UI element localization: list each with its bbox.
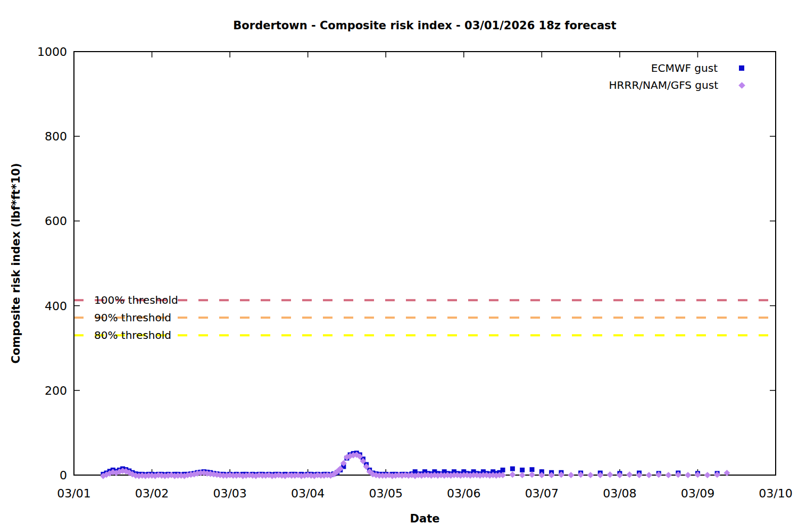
y-axis-title: Composite risk index (lbf*ft*10) [9,104,23,423]
x-tick-label: 03/02 [135,487,169,500]
data-point-diamond [685,472,691,478]
data-point-diamond [665,472,671,478]
plot-border [74,52,776,475]
ecmwf-square-marker-icon [739,65,744,71]
data-point-square [510,467,515,471]
x-tick-label: 03/10 [759,487,792,500]
data-point-square [530,467,535,472]
y-tick-label: 200 [45,384,67,397]
x-tick-label: 03/04 [291,487,325,500]
data-point-diamond [646,472,652,478]
data-point-diamond [626,471,633,478]
data-point-diamond [606,471,613,478]
legend-label-ecmwf: ECMWF gust [651,62,718,74]
y-axis-ticks: 02004006008001000 [37,45,776,482]
data-point-diamond [529,471,535,478]
y-tick-label: 1000 [37,45,67,59]
threshold-label-90: 90% threshold [94,311,171,324]
x-tick-label: 03/03 [213,487,246,500]
legend-row-ecmwf: ECMWF gust [74,60,744,77]
data-point-diamond [587,472,594,478]
threshold-label-80: 80% threshold [94,329,171,342]
hrrr-diamond-marker-icon [738,82,745,89]
x-tick-label: 03/06 [447,487,480,500]
x-tick-label: 03/07 [525,487,559,500]
data-point-square [520,468,525,472]
y-tick-label: 400 [45,300,67,313]
data-point-diamond [509,471,516,478]
threshold-label-100: 100% threshold [94,294,178,306]
x-axis-ticks: 03/0103/0203/0303/0403/0503/0603/0703/08… [57,52,792,500]
x-tick-label: 03/01 [57,487,90,500]
x-tick-label: 03/08 [603,487,636,500]
chart-canvas: 03/0103/0203/0303/0403/0503/0603/0703/08… [0,0,798,532]
legend-row-hrrr: HRRR/NAM/GFS gust [74,77,744,94]
threshold-lines [74,300,769,335]
data-point-diamond [704,472,711,478]
data-point-square [501,468,505,472]
y-tick-label: 600 [45,214,67,228]
x-tick-label: 03/09 [681,487,714,500]
legend: ECMWF gust HRRR/NAM/GFS gust [74,60,744,94]
legend-label-hrrr: HRRR/NAM/GFS gust [609,79,718,92]
x-tick-label: 03/05 [369,487,403,500]
y-tick-label: 0 [60,469,67,482]
x-axis-title: Date [74,512,776,525]
data-point-diamond [519,472,526,478]
chart-title: Bordertown - Composite risk index - 03/0… [74,19,776,32]
y-tick-label: 800 [45,130,67,143]
data-point-diamond [568,472,574,478]
